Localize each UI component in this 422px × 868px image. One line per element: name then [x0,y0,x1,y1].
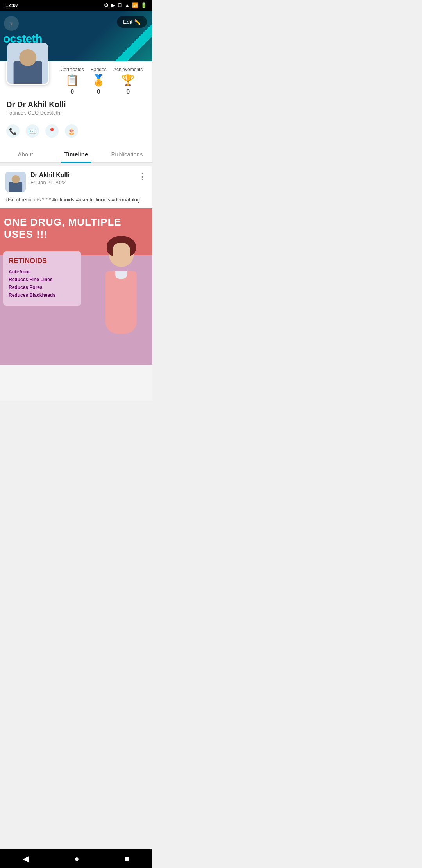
profile-top: Certificates 📋 0 Badges 🏅 0 Achievements… [0,61,152,95]
status-bar: 12:07 ⚙ ▶ 🗒 ▲ 📶 🔋 [0,0,152,11]
tab-about[interactable]: About [0,145,51,162]
post-date: Fri Jan 21 2022 [30,179,133,185]
clipboard-icon: 🗒 [117,2,122,8]
post-header: Dr Akhil Kolli Fri Jan 21 2022 ⋮ [0,166,152,196]
girl-body [106,271,137,334]
stats-row: Certificates 📋 0 Badges 🏅 0 Achievements… [57,61,146,95]
location-icon[interactable]: 📍 [45,124,59,138]
badges-count: 0 [97,88,100,95]
stat-certificates: Certificates 📋 0 [61,67,84,95]
post-menu-button[interactable]: ⋮ [138,172,147,182]
doctor-photo [7,43,48,84]
girl-head [109,240,134,267]
badges-label: Badges [91,67,107,72]
battery-icon: 🔋 [141,2,147,8]
retinoid-item-0: Anti-Acne [9,269,76,274]
certificates-label: Certificates [61,67,84,72]
post-avatar [5,172,26,192]
calendar-icon[interactable]: 🎂 [65,124,78,138]
wifi-icon: ▲ [125,2,130,8]
profile-section: Certificates 📋 0 Badges 🏅 0 Achievements… [0,61,152,145]
status-icons: ⚙ ▶ 🗒 ▲ 📶 🔋 [104,2,147,8]
back-button[interactable]: ‹ [4,16,19,31]
post-text: Use of retinoids * * * #retinoids #useof… [0,196,152,208]
stat-achievements: Achievements 🏆 0 [113,67,143,95]
avatar [6,42,49,85]
retinoids-title: RETINOIDS [9,257,76,265]
post-meta: Dr Akhil Kolli Fri Jan 21 2022 [30,172,133,185]
status-time: 12:07 [5,2,18,8]
certificates-count: 0 [70,88,74,95]
tab-timeline[interactable]: Timeline [51,145,102,162]
signal-icon: 📶 [132,2,138,8]
achievements-count: 0 [126,88,130,95]
stat-badges: Badges 🏅 0 [91,67,107,95]
tabs: About Timeline Publications [0,145,152,163]
girl-collar [115,271,127,279]
post-author: Dr Akhil Kolli [30,172,133,179]
retinoids-card: RETINOIDS Anti-Acne Reduces Fine lines R… [3,251,81,306]
avatar-wrapper [6,42,49,85]
doctor-name: Dr Dr Akhil Kolli [6,100,146,109]
badges-icon: 🏅 [92,74,106,87]
doctor-title: Founder, CEO Docsteth [6,110,146,116]
profile-info: Dr Dr Akhil Kolli Founder, CEO Docsteth [0,95,152,122]
tab-publications[interactable]: Publications [102,145,152,162]
play-icon: ▶ [111,2,115,8]
edit-button[interactable]: Edit ✏️ [117,16,147,28]
retinoid-item-2: Reduces Pores [9,285,76,290]
achievements-icon: 🏆 [121,74,135,87]
certificates-icon: 📋 [65,74,79,87]
timeline-content: Dr Akhil Kolli Fri Jan 21 2022 ⋮ Use of … [0,166,152,401]
retinoid-item-3: Reduces Blackheads [9,292,76,298]
girl-figure [90,232,152,365]
email-icon[interactable]: ✉️ [26,124,39,138]
post-image: ONE DRUG, MULTIPLE USES !!! RETINOIDS An… [0,208,152,365]
post-card: Dr Akhil Kolli Fri Jan 21 2022 ⋮ Use of … [0,166,152,365]
retinoid-item-1: Reduces Fine lines [9,277,76,282]
girl-face [113,243,130,262]
settings-icon: ⚙ [104,2,109,8]
achievements-label: Achievements [113,67,143,72]
phone-icon[interactable]: 📞 [6,124,20,138]
contact-icons: 📞 ✉️ 📍 🎂 [0,122,152,142]
